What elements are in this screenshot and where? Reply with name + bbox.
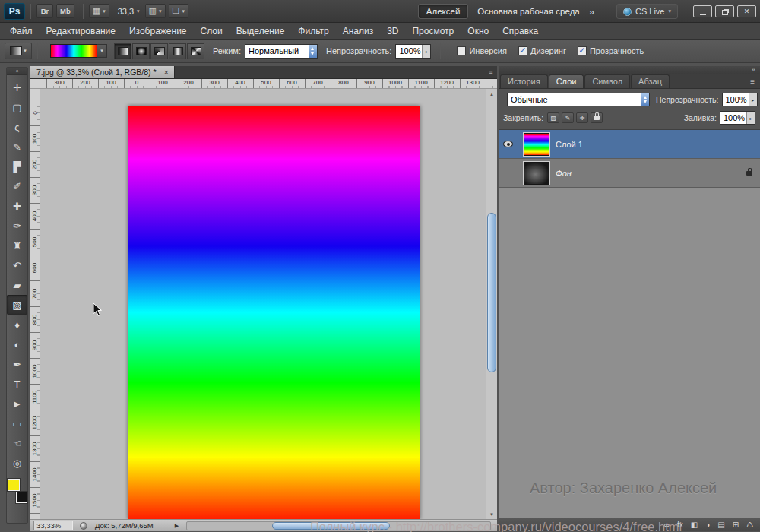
marquee-tool[interactable]: ▢	[7, 97, 27, 117]
menu-edit[interactable]: Редактирование	[40, 24, 122, 39]
panel-menu-button[interactable]: ≡	[750, 78, 755, 86]
window-restore-button[interactable]	[715, 5, 734, 17]
tab-list-button[interactable]: ≡	[485, 66, 497, 78]
type-tool[interactable]: T	[7, 374, 27, 394]
tab-character[interactable]: Символ	[584, 74, 630, 88]
background-color-swatch[interactable]	[16, 492, 27, 503]
reflected-gradient-button[interactable]	[169, 43, 186, 59]
quick-selection-tool[interactable]: ✎	[7, 137, 27, 157]
transparency-checkbox[interactable]: ✓ Прозрачность	[578, 46, 644, 55]
layer-thumbnail[interactable]	[524, 162, 549, 185]
menu-image[interactable]: Изображение	[122, 24, 194, 39]
canvas-image[interactable]	[128, 106, 420, 519]
brush-tool[interactable]: ✑	[7, 216, 27, 236]
dither-checkbox[interactable]: ✓ Дизеринг	[518, 46, 566, 55]
linear-gradient-button[interactable]	[114, 43, 131, 59]
menu-3d[interactable]: 3D	[380, 24, 405, 39]
hand-tool[interactable]: ☜	[7, 433, 27, 453]
layers-opacity-field[interactable]: 100% ▸	[722, 93, 758, 106]
field-arrow-icon[interactable]: ▸	[746, 112, 755, 124]
bridge-button[interactable]: Br	[36, 4, 53, 18]
layers-fill-field[interactable]: 100% ▸	[720, 111, 755, 125]
horizontal-ruler[interactable]: 3002001000100200300400500600700800900100…	[40, 79, 497, 89]
view-extras-button[interactable]: ▦ ▾	[89, 4, 109, 18]
stepper-icon[interactable]	[641, 93, 649, 106]
tab-paragraph[interactable]: Абзац	[631, 74, 670, 88]
opacity-field[interactable]: 100% ▸	[395, 44, 431, 59]
tab-close-button[interactable]: ×	[164, 68, 169, 77]
cs-live-button[interactable]: CS Live ▾	[616, 4, 678, 19]
visibility-toggle[interactable]	[499, 159, 518, 187]
gradient-picker-button[interactable]: ▾	[97, 44, 107, 58]
collapse-dock-button[interactable]: »	[752, 67, 755, 74]
lock-transparency-button[interactable]: ▨	[547, 112, 559, 123]
new-layer-button[interactable]: ⊞	[733, 521, 739, 529]
lock-position-button[interactable]: ✛	[576, 112, 588, 123]
visibility-toggle[interactable]	[499, 130, 518, 158]
zoom-level-control[interactable]: 33,3 ▾	[118, 7, 140, 16]
gradient-tool[interactable]: ▧	[7, 295, 27, 315]
menu-layers[interactable]: Слои	[194, 24, 230, 39]
delete-layer-button[interactable]: ♺	[746, 521, 753, 529]
menu-select[interactable]: Выделение	[230, 24, 292, 39]
menu-view[interactable]: Просмотр	[405, 24, 461, 39]
healing-brush-tool[interactable]: ✚	[7, 196, 27, 216]
status-menu-arrow[interactable]: ▶	[175, 523, 179, 529]
toolbar-collapse-button[interactable]: »	[7, 68, 27, 75]
layer-row-layer1[interactable]: Слой 1	[499, 130, 760, 159]
scroll-down-icon[interactable]: ▼	[486, 510, 497, 518]
menu-analysis[interactable]: Анализ	[336, 24, 381, 39]
pen-tool[interactable]: ✒	[7, 354, 27, 374]
layers-blend-mode-select[interactable]: Обычные	[507, 93, 650, 106]
invert-checkbox[interactable]: ✓ Инверсия	[457, 46, 507, 55]
menu-file[interactable]: Файл	[3, 24, 40, 39]
angle-gradient-button[interactable]	[150, 43, 168, 59]
blend-mode-select[interactable]: Нормальный	[245, 44, 318, 59]
menu-help[interactable]: Справка	[496, 24, 545, 39]
dodge-tool[interactable]: ◐	[7, 334, 27, 354]
window-close-button[interactable]: ✕	[737, 5, 756, 17]
layer-thumbnail[interactable]	[524, 133, 549, 156]
gradient-preview[interactable]	[50, 44, 97, 58]
vertical-scrollbar[interactable]: ▲ ▼	[486, 89, 497, 519]
history-brush-tool[interactable]: ↶	[7, 255, 27, 275]
ruler-origin[interactable]	[30, 79, 40, 89]
stepper-icon[interactable]	[309, 45, 317, 58]
lock-pixels-button[interactable]: ✎	[562, 112, 574, 123]
layer-group-button[interactable]: ▤	[717, 521, 724, 529]
vertical-scroll-thumb[interactable]	[487, 213, 496, 372]
layer-row-background[interactable]: Фон	[499, 159, 760, 188]
crop-tool[interactable]: ▛	[7, 157, 27, 176]
path-selection-tool[interactable]: ►	[7, 394, 27, 413]
canvas-area[interactable]	[40, 89, 486, 519]
tool-preset-button[interactable]: ▾	[5, 43, 32, 59]
shape-t ool[interactable]: ▭	[7, 413, 27, 433]
field-arrow-icon[interactable]: ▸	[422, 45, 430, 58]
adjustment-layer-button[interactable]: ◑	[705, 521, 710, 529]
workspace-button-main[interactable]: Основная рабочая среда	[477, 7, 579, 16]
tab-layers[interactable]: Слои	[549, 74, 584, 88]
field-arrow-icon[interactable]: ▸	[749, 93, 757, 106]
lasso-tool[interactable]: ς	[7, 117, 27, 137]
photoshop-logo[interactable]: Ps	[4, 3, 25, 20]
arrange-documents-button[interactable]: ▥ ▾	[145, 4, 166, 18]
diamond-gradient-button[interactable]	[187, 43, 204, 59]
lock-all-button[interactable]	[591, 112, 603, 123]
blur-tool[interactable]: ♦	[7, 315, 27, 334]
status-zoom-field[interactable]: 33,33%	[33, 521, 73, 530]
zoom-tool[interactable]: ◎	[7, 453, 27, 473]
menu-filter[interactable]: Фильтр	[291, 24, 335, 39]
move-tool[interactable]: ✛	[7, 78, 27, 97]
screen-mode-button[interactable]: ❏ ▾	[169, 4, 188, 18]
eyedropper-tool[interactable]: ✐	[7, 176, 27, 196]
clone-stamp-tool[interactable]: ♜	[7, 236, 27, 255]
radial-gradient-button[interactable]	[132, 43, 150, 59]
scroll-up-icon[interactable]: ▲	[486, 90, 497, 98]
workspace-button-active[interactable]: Алексей	[418, 4, 469, 19]
tab-history[interactable]: История	[500, 74, 548, 88]
foreground-color-swatch[interactable]	[8, 479, 20, 491]
mini-bridge-button[interactable]: Mb	[56, 4, 74, 18]
workspace-overflow-icon[interactable]: »	[589, 6, 594, 17]
window-minimize-button[interactable]	[693, 5, 712, 17]
menu-window[interactable]: Окно	[461, 24, 496, 39]
